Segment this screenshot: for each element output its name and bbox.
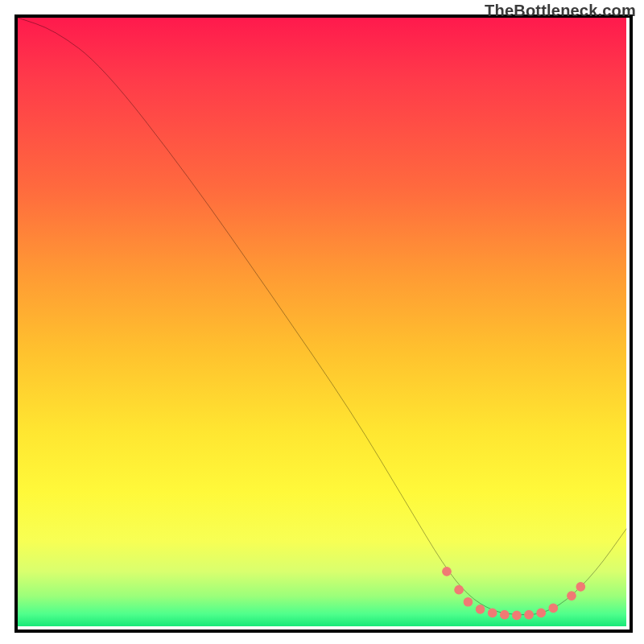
curve-marker [537,609,546,617]
curve-marker [501,610,510,619]
curve-marker [455,585,464,594]
curve-marker [464,597,473,606]
curve-marker [513,611,522,620]
chart-svg [18,18,626,626]
curve-marker [488,609,497,617]
bottleneck-curve [18,18,626,615]
curve-marker [443,568,452,576]
watermark-text: TheBottleneck.com [485,2,636,20]
curve-marker [568,592,576,601]
chart-container: TheBottleneck.com [0,0,644,644]
curve-marker [525,610,534,619]
curve-markers [443,568,585,620]
curve-marker [576,583,585,592]
curve-marker [476,605,485,614]
curve-marker [549,604,558,613]
